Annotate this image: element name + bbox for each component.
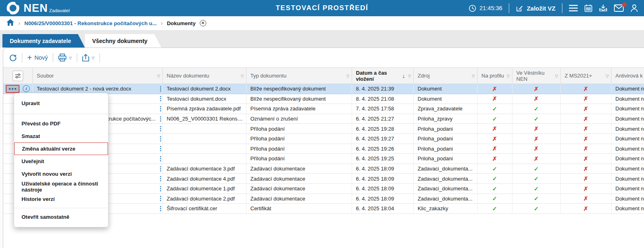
menu-item-vytvo-it-novou-verzi[interactable]: Vytvořit novou verzi bbox=[14, 168, 108, 180]
menu-item-u-ivatelsk-operace-a-innosti-n-stroje[interactable]: Uživatelské operace a činnosti nástroje bbox=[14, 180, 108, 193]
menu-item-upravit[interactable]: Upravit bbox=[14, 97, 108, 110]
check-icon: ✓ bbox=[534, 175, 539, 182]
table-row[interactable]: iTestovací dokument 2 - nová verze.docxT… bbox=[3, 84, 644, 94]
drag-handle-icon[interactable] bbox=[160, 146, 161, 151]
source-cell: Zadavaci_dokumenta... bbox=[413, 183, 477, 194]
menu-item-smazat[interactable]: Smazat bbox=[14, 130, 108, 142]
refresh-button[interactable] bbox=[9, 54, 17, 62]
document-name-cell: Šifrovací certifikát.cer bbox=[162, 204, 246, 214]
messages-button[interactable] bbox=[614, 4, 624, 12]
menu-item-historie-verz-[interactable]: Historie verzí bbox=[14, 193, 108, 205]
antivirus-cell: Dokument ne bbox=[611, 154, 644, 164]
hamburger-icon bbox=[569, 4, 578, 12]
top-bar: NEN Zadavatel TESTOVACÍ PROSTŘEDÍ 21:45:… bbox=[0, 0, 644, 16]
cross-icon: ✗ bbox=[583, 116, 588, 122]
drag-handle-icon[interactable] bbox=[160, 136, 161, 141]
filter-icon[interactable]: ▽ bbox=[241, 73, 244, 79]
sort-desc-icon[interactable]: ↓ bbox=[402, 73, 405, 79]
row-actions-button[interactable] bbox=[6, 85, 19, 93]
date-cell: 6. 4. 2025 18:09 bbox=[352, 194, 413, 204]
printer-icon bbox=[58, 54, 67, 62]
check-icon: ✓ bbox=[492, 166, 497, 172]
main-menu-button[interactable] bbox=[569, 4, 578, 12]
column-header-ms2021[interactable]: Z MS2021+ ▽ bbox=[560, 68, 611, 84]
tab-dokumenty-zadavatele[interactable]: Dokumenty zadavatele bbox=[2, 34, 85, 47]
drag-handle-icon[interactable] bbox=[160, 96, 161, 101]
ve-vestniku-cell: ✗ bbox=[512, 124, 560, 134]
column-header-typ[interactable]: Typ dokumentu ▽ bbox=[246, 68, 352, 84]
home-icon bbox=[6, 19, 14, 26]
drag-handle-icon[interactable] bbox=[160, 116, 161, 121]
column-header-antivir[interactable]: Antivirová k bbox=[611, 68, 644, 84]
menu-item-otev-t-samostatn-[interactable]: Otevřít samostatně bbox=[14, 211, 108, 223]
nen-logo[interactable]: NEN Zadavatel bbox=[6, 1, 70, 15]
print-button[interactable]: ▽ bbox=[58, 54, 72, 62]
antivirus-cell: Dokument ne bbox=[611, 94, 644, 104]
column-settings-icon[interactable] bbox=[13, 71, 23, 81]
info-icon[interactable]: i bbox=[23, 85, 30, 92]
cross-icon: ✗ bbox=[534, 86, 539, 92]
menu-item-p-ev-st-do-pdf[interactable]: Převést do PDF bbox=[14, 117, 108, 130]
drag-handle-icon[interactable] bbox=[160, 126, 161, 132]
column-settings-header[interactable] bbox=[3, 68, 32, 84]
table-header-row: Soubor ▽ Název dokumentu ▽ Typ dokumentu… bbox=[3, 68, 644, 84]
column-header-zdroj[interactable]: Zdroj ▽ bbox=[413, 68, 477, 84]
na-profilu-cell: ✓ bbox=[477, 114, 512, 124]
cross-icon: ✗ bbox=[583, 175, 588, 182]
breadcrumb-parent-link[interactable]: N006/25/V00003301 - Rekonstrukce počítač… bbox=[24, 20, 157, 26]
document-name-cell: Zadávací dokumentace 2.pdf bbox=[162, 194, 246, 204]
new-document-button[interactable]: + Nový bbox=[27, 54, 48, 61]
date-cell: 6. 4. 2025 18:04 bbox=[352, 204, 413, 214]
drag-handle-icon[interactable] bbox=[160, 206, 161, 211]
document-name-cell bbox=[162, 144, 246, 154]
calendar-button[interactable] bbox=[584, 4, 592, 12]
cross-icon: ✗ bbox=[583, 136, 588, 142]
drag-handle-icon[interactable] bbox=[160, 176, 161, 181]
document-name-cell: Písemná zpráva zadavatele.pdf bbox=[162, 104, 246, 114]
cross-icon: ✗ bbox=[583, 95, 588, 102]
source-cell: Dokument bbox=[413, 94, 477, 104]
time-value: 21:45:36 bbox=[480, 5, 502, 11]
antivirus-cell: Dokument ne bbox=[611, 174, 644, 184]
filter-icon[interactable]: ▽ bbox=[472, 73, 475, 79]
ve-vestniku-cell: ✗ bbox=[512, 144, 560, 154]
downloads-button[interactable] bbox=[599, 4, 607, 12]
divider bbox=[99, 53, 100, 62]
drag-handle-icon[interactable] bbox=[160, 196, 161, 201]
column-header-na-profilu[interactable]: Na profilu ▽ bbox=[477, 68, 512, 84]
document-type-cell: Zadávací dokumentace bbox=[246, 174, 352, 184]
tab-vsechny-dokumenty[interactable]: Všechny dokumenty bbox=[85, 34, 161, 47]
menu-item-zm-na-aktu-ln-verze[interactable]: Změna aktuální verze bbox=[14, 142, 108, 155]
user-profile-button[interactable] bbox=[630, 4, 638, 12]
column-header-datum[interactable]: Datum a čas vložení ↓ ▽ bbox=[352, 68, 413, 84]
drag-handle-icon[interactable] bbox=[160, 166, 161, 171]
ms2021-cell: ✗ bbox=[560, 144, 611, 154]
drag-handle-icon[interactable] bbox=[160, 86, 161, 91]
filter-icon[interactable]: ▽ bbox=[157, 73, 160, 79]
document-name-cell: Zadávací dokumentace 1.pdf bbox=[162, 183, 246, 194]
date-cell: 6. 4. 2025 19:27 bbox=[352, 134, 413, 144]
ms2021-cell: ✗ bbox=[560, 154, 611, 164]
date-cell: 6. 4. 2025 19:26 bbox=[352, 144, 413, 154]
filter-icon[interactable]: ▽ bbox=[507, 73, 510, 79]
drag-handle-icon[interactable] bbox=[160, 186, 161, 191]
filter-icon[interactable]: ▽ bbox=[408, 73, 411, 79]
na-profilu-cell: ✗ bbox=[477, 154, 512, 164]
drag-handle-icon[interactable] bbox=[160, 106, 161, 111]
filter-icon[interactable]: ▽ bbox=[606, 73, 609, 79]
column-header-nazev[interactable]: Název dokumentu ▽ bbox=[162, 68, 246, 84]
filter-icon[interactable]: ▽ bbox=[346, 73, 350, 79]
dropdown-arrow-icon: ▽ bbox=[69, 56, 72, 60]
column-header-vestnik[interactable]: Ve Věstníku NEN ▽ bbox=[512, 68, 560, 84]
column-header-soubor[interactable]: Soubor ▽ bbox=[32, 68, 162, 84]
create-vz-button[interactable]: Založit VZ bbox=[516, 4, 555, 12]
drag-handle-icon[interactable] bbox=[160, 156, 161, 161]
nen-logo-icon bbox=[6, 1, 20, 15]
menu-item-uve-ejnit[interactable]: Uveřejnit bbox=[14, 155, 108, 168]
export-button[interactable]: ▽ bbox=[82, 54, 95, 62]
filter-icon[interactable]: ▽ bbox=[555, 73, 558, 79]
home-button[interactable] bbox=[6, 19, 14, 27]
check-icon: ✓ bbox=[534, 205, 539, 212]
document-type-cell: Oznámení o zrušení bbox=[246, 114, 352, 124]
close-tab-icon[interactable]: ✕ bbox=[200, 20, 206, 26]
